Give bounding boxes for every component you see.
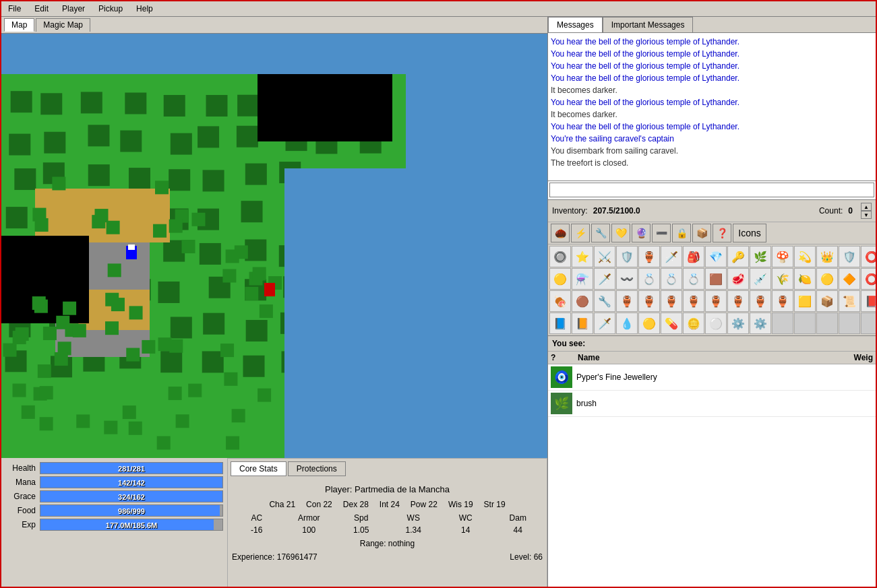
inv-cell-61[interactable] <box>839 313 860 334</box>
inv-cell-53[interactable]: 💊 <box>661 313 682 334</box>
inv-cell-26[interactable]: 🌾 <box>772 268 793 290</box>
inv-cell-57[interactable]: ⚙️ <box>750 313 771 334</box>
exp-label: Exp <box>5 520 36 529</box>
inv-cell-20[interactable]: 💍 <box>638 268 660 290</box>
inv-filter-icon-4[interactable]: 🔮 <box>632 224 651 242</box>
tab-map[interactable]: Map <box>4 18 34 32</box>
inv-cell-9[interactable]: 🌿 <box>750 246 771 267</box>
combat-label-wc: WC <box>441 513 491 523</box>
inv-cell-8[interactable]: 🔑 <box>727 246 749 267</box>
inv-cell-54[interactable]: 🪙 <box>683 313 704 334</box>
inv-cell-22[interactable]: 💍 <box>683 268 704 290</box>
tab-important-messages[interactable]: Important Messages <box>603 17 694 32</box>
inv-cell-28[interactable]: 🟡 <box>816 268 838 290</box>
inv-cell-43[interactable]: 🟨 <box>794 290 816 312</box>
inv-cell-6[interactable]: 🎒 <box>683 246 704 267</box>
see-item-1[interactable]: 🌿brush <box>548 391 876 417</box>
inv-cell-42[interactable]: 🏺 <box>772 290 793 312</box>
inv-cell-40[interactable]: 🏺 <box>727 290 749 312</box>
inv-cell-59[interactable] <box>794 313 816 334</box>
inv-cell-39[interactable]: 🏺 <box>705 290 727 312</box>
see-item-0[interactable]: 🧿Pyper's Fine Jewellery <box>548 364 876 391</box>
inv-cell-36[interactable]: 🏺 <box>638 290 660 312</box>
tab-protections[interactable]: Protections <box>288 461 346 476</box>
exp-value: 177.0M/185.6M <box>40 519 222 531</box>
inv-cell-33[interactable]: 🟤 <box>572 290 593 312</box>
inv-cell-58[interactable] <box>772 313 793 334</box>
inventory-count: 0 <box>848 206 853 216</box>
menu-help[interactable]: Help <box>132 3 157 15</box>
experience-display: Experience: 176961477 <box>232 552 317 562</box>
inv-filter-icon-0[interactable]: 🌰 <box>551 224 570 242</box>
command-input[interactable] <box>549 183 874 197</box>
scroll-down-btn[interactable]: ▼ <box>861 211 872 219</box>
inv-cell-48[interactable]: 📘 <box>549 313 571 334</box>
message-tabs: Messages Important Messages <box>548 17 876 33</box>
health-bar-container: 281/281 <box>40 462 223 474</box>
inv-cell-44[interactable]: 📦 <box>816 290 838 312</box>
inv-cell-35[interactable]: 🏺 <box>616 290 638 312</box>
you-see-items: 🧿Pyper's Fine Jewellery🌿brush <box>548 364 876 588</box>
inv-cell-3[interactable]: 🛡️ <box>616 246 638 267</box>
inv-cell-27[interactable]: 🍋 <box>794 268 816 290</box>
inv-cell-25[interactable]: 💉 <box>750 268 771 290</box>
inv-cell-12[interactable]: 👑 <box>816 246 838 267</box>
exp-row: Exp 177.0M/185.6M <box>5 519 223 531</box>
inv-filter-icon-1[interactable]: ⚡ <box>571 224 590 242</box>
inv-filter-icon-3[interactable]: 💛 <box>611 224 630 242</box>
inv-cell-51[interactable]: 💧 <box>616 313 638 334</box>
inv-filter-icon-2[interactable]: 🔧 <box>591 224 610 242</box>
tab-core-stats[interactable]: Core Stats <box>231 461 286 476</box>
menu-edit[interactable]: Edit <box>30 3 53 15</box>
inv-cell-11[interactable]: 💫 <box>794 246 816 267</box>
inv-cell-24[interactable]: 🥩 <box>727 268 749 290</box>
inv-cell-14[interactable]: ⭕ <box>861 246 876 267</box>
inv-cell-23[interactable]: 🟫 <box>705 268 727 290</box>
inv-cell-38[interactable]: 🏺 <box>683 290 704 312</box>
inv-cell-37[interactable]: 🏺 <box>661 290 682 312</box>
messages-area[interactable]: You hear the bell of the glorious temple… <box>548 33 876 181</box>
inv-cell-49[interactable]: 📙 <box>572 313 593 334</box>
inv-cell-2[interactable]: ⚔️ <box>594 246 615 267</box>
inv-cell-45[interactable]: 📜 <box>839 290 860 312</box>
inv-cell-18[interactable]: 🗡️ <box>594 268 615 290</box>
inv-cell-32[interactable]: 🍖 <box>549 290 571 312</box>
tab-magic-map[interactable]: Magic Map <box>36 18 90 32</box>
game-map[interactable] <box>1 34 547 458</box>
inv-filter-icon-7[interactable]: 📦 <box>692 224 711 242</box>
inv-cell-46[interactable]: 📕 <box>861 290 876 312</box>
inv-cell-7[interactable]: 💎 <box>705 246 727 267</box>
mana-label: Mana <box>5 478 36 487</box>
inv-cell-34[interactable]: 🔧 <box>594 290 615 312</box>
inv-cell-41[interactable]: 🏺 <box>750 290 771 312</box>
scroll-up-btn[interactable]: ▲ <box>861 203 872 211</box>
inv-cell-55[interactable]: ⚪ <box>705 313 727 334</box>
inv-cell-29[interactable]: 🔶 <box>839 268 860 290</box>
inv-cell-10[interactable]: 🍄 <box>772 246 793 267</box>
inv-cell-60[interactable] <box>816 313 838 334</box>
inv-cell-19[interactable]: 〰️ <box>616 268 638 290</box>
inv-filter-icon-5[interactable]: ➖ <box>652 224 671 242</box>
exp-line: Experience: 176961477 Level: 66 <box>232 552 543 562</box>
menu-player[interactable]: Player <box>58 3 89 15</box>
inv-filter-icon-8[interactable]: ❓ <box>713 224 731 242</box>
tab-messages[interactable]: Messages <box>548 17 603 32</box>
inv-cell-0[interactable]: 🔘 <box>549 246 571 267</box>
inv-cell-21[interactable]: 💍 <box>661 268 682 290</box>
inv-cell-50[interactable]: 🗡️ <box>594 313 615 334</box>
inv-icons-toggle[interactable]: Icons <box>733 224 766 242</box>
inv-cell-5[interactable]: 🗡️ <box>661 246 682 267</box>
inv-cell-17[interactable]: ⚗️ <box>572 268 593 290</box>
inv-cell-30[interactable]: ⭕ <box>861 268 876 290</box>
char-tabs: Core Stats Protections <box>228 459 547 476</box>
menu-pickup[interactable]: Pickup <box>94 3 127 15</box>
inv-cell-52[interactable]: 🟡 <box>638 313 660 334</box>
inv-filter-icon-6[interactable]: 🔒 <box>672 224 691 242</box>
inv-cell-1[interactable]: ⭐ <box>572 246 593 267</box>
inv-cell-4[interactable]: 🏺 <box>638 246 660 267</box>
inv-cell-13[interactable]: 🛡️ <box>839 246 860 267</box>
menu-file[interactable]: File <box>4 3 25 15</box>
inv-cell-16[interactable]: 🟡 <box>549 268 571 290</box>
inv-cell-62[interactable] <box>861 313 876 334</box>
inv-cell-56[interactable]: ⚙️ <box>727 313 749 334</box>
